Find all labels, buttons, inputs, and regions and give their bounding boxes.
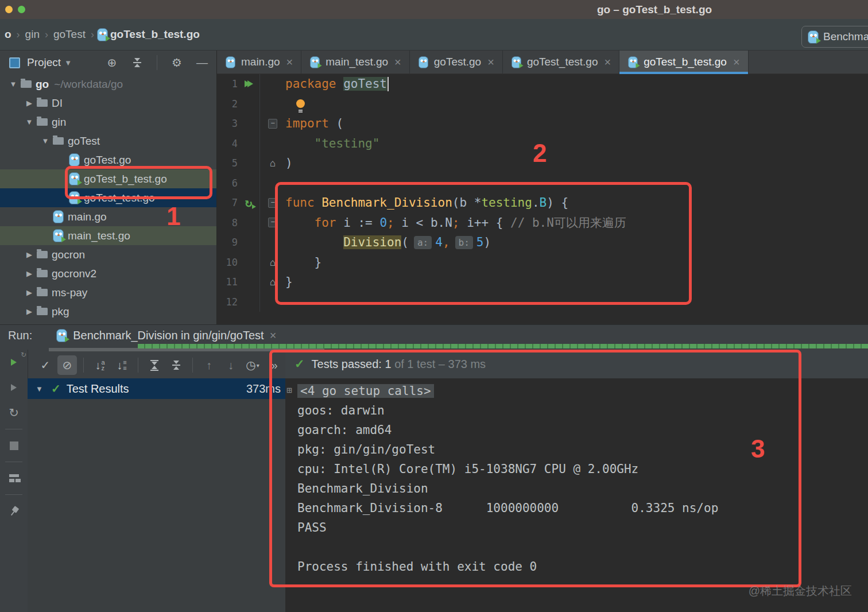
rerun-failed-icon[interactable]: ↻ — [0, 375, 28, 400]
tree-item-label: goTest.go — [84, 154, 131, 166]
line-number: 11 — [217, 276, 238, 288]
code-line: 6 — [217, 173, 868, 193]
close-icon[interactable]: × — [487, 56, 494, 69]
project-view-icon — [9, 57, 20, 68]
toggle-auto-test-icon[interactable]: ↻ — [0, 400, 28, 425]
run-configuration-selector[interactable]: Benchma — [801, 26, 868, 48]
chevron-down-icon[interactable]: ▼ — [64, 59, 72, 67]
test-history-icon[interactable]: ◷▾ — [243, 355, 262, 375]
chevron-down-icon[interactable]: ▼ — [22, 118, 37, 126]
gopher-icon — [56, 329, 67, 342]
fold-end-icon[interactable]: ⌂ — [260, 276, 285, 288]
breadcrumb-item[interactable]: goTest_b_test.go — [110, 28, 200, 41]
chevron-right-icon[interactable]: ▶ — [22, 250, 37, 259]
fold-end-icon[interactable]: ⌂ — [260, 157, 285, 169]
tree-row[interactable]: ▶gocron — [0, 245, 216, 264]
tree-row[interactable]: main_test.go — [0, 226, 216, 245]
sort-by-duration-icon[interactable]: ↓≡≡ — [112, 355, 131, 375]
tree-row[interactable]: goTest_b_test.go — [0, 169, 216, 188]
next-failed-icon[interactable]: ↓ — [221, 355, 241, 375]
fold-minus-icon[interactable]: − — [260, 119, 285, 129]
settings-icon[interactable]: ⚙ — [167, 53, 187, 72]
code-editor[interactable]: 1package goTest23−import (4 "testing"5⌂)… — [217, 74, 868, 324]
chevron-down-icon[interactable]: ▼ — [36, 385, 43, 393]
code-token: ; — [452, 216, 460, 230]
console-text: Benchmark_Division-8 1000000000 0.3325 n… — [297, 501, 718, 515]
collapse-all-icon[interactable] — [127, 53, 147, 72]
project-panel-title: Project — [27, 56, 61, 69]
run-all-icon[interactable] — [238, 74, 260, 94]
chevron-right-icon[interactable]: ▶ — [22, 307, 37, 316]
gutter-slot — [238, 114, 260, 134]
editor-tab[interactable]: goTest_b_test.go× — [619, 51, 748, 73]
chevron-right-icon[interactable]: ▶ — [22, 288, 37, 297]
minimize-traffic-light[interactable] — [5, 6, 13, 13]
tree-row[interactable]: ▶DI — [0, 94, 216, 113]
tree-row[interactable]: ▼gin — [0, 113, 216, 131]
hide-icon[interactable]: — — [192, 53, 212, 72]
gopher-icon — [69, 153, 80, 166]
more-icon[interactable]: » — [265, 355, 284, 375]
gutter-slot — [238, 173, 260, 193]
tree-row[interactable]: ▶gocronv2 — [0, 264, 216, 283]
close-icon[interactable]: × — [394, 56, 401, 69]
chevron-down-icon[interactable]: ▼ — [6, 80, 21, 88]
code-line: 2 — [217, 94, 868, 114]
breadcrumb-item[interactable]: o — [5, 28, 11, 41]
gutter-slot — [238, 253, 260, 273]
close-icon[interactable]: × — [604, 56, 611, 69]
chevron-right-icon[interactable]: ▶ — [22, 99, 37, 107]
editor-tab[interactable]: main_test.go× — [301, 51, 409, 73]
editor-tab[interactable]: main.go× — [217, 51, 301, 73]
pin-icon[interactable] — [0, 498, 28, 524]
toolbar-divider — [5, 494, 22, 495]
test-results-row[interactable]: ▼ ✓ Test Results 373ms — [28, 378, 285, 399]
expand-icon[interactable]: ⊞ — [286, 386, 292, 395]
chevron-right-icon[interactable]: ▶ — [22, 269, 37, 278]
show-passed-icon[interactable]: ✓ — [36, 355, 55, 375]
breadcrumb-item[interactable]: gin — [25, 28, 40, 41]
restore-layout-icon[interactable] — [0, 466, 28, 491]
tree-row[interactable]: ▶pkg — [0, 302, 216, 321]
gutter-slot — [238, 134, 260, 154]
folder-icon — [21, 80, 32, 88]
stop-icon[interactable] — [0, 433, 28, 458]
previous-failed-icon[interactable]: ↑ — [199, 355, 219, 375]
code-token: i < b.N — [394, 216, 452, 230]
tree-row[interactable]: main.go — [0, 207, 216, 226]
tests-passed-text: Tests passed: 1 — [312, 358, 392, 371]
lightbulb-icon[interactable] — [296, 99, 305, 108]
close-icon[interactable]: × — [733, 56, 740, 69]
tree-item-path: ~/workdata/go — [54, 78, 123, 91]
collapse-all-icon[interactable] — [166, 355, 186, 375]
fold-minus-icon[interactable]: − — [260, 218, 285, 227]
run-test-icon[interactable]: ↻ — [238, 193, 260, 213]
code-token: i++ { — [460, 216, 511, 230]
toolbar-divider — [5, 429, 22, 429]
close-icon[interactable]: × — [270, 329, 277, 342]
gopher-icon — [97, 28, 108, 41]
tree-row[interactable]: goTest_test.go — [0, 188, 216, 207]
run-tab[interactable]: Benchmark_Division in gin/gin/goTest × — [56, 329, 276, 342]
fold-minus-icon[interactable]: − — [260, 198, 285, 208]
tree-row[interactable]: ▶ms-pay — [0, 283, 216, 302]
show-ignored-icon[interactable]: ⊘ — [57, 355, 77, 375]
run-console-output[interactable]: ⊞<4 go setup calls>goos: darwingoarch: a… — [285, 378, 868, 612]
tree-row[interactable]: ▼go~/workdata/go — [0, 75, 216, 94]
editor-tab[interactable]: goTest_test.go× — [503, 51, 619, 73]
tree-row[interactable]: ▼goTest — [0, 131, 216, 150]
expand-all-icon[interactable] — [145, 355, 164, 375]
code-token: 5 — [476, 235, 484, 249]
tree-row[interactable]: goTest.go — [0, 150, 216, 169]
editor-tab[interactable]: goTest.go× — [410, 51, 503, 73]
close-icon[interactable]: × — [286, 56, 293, 69]
locate-icon[interactable]: ⊕ — [102, 53, 122, 72]
chevron-down-icon[interactable]: ▼ — [38, 137, 53, 145]
sort-alphabetically-icon[interactable]: ↓az — [90, 355, 110, 375]
code-token: ) — [483, 235, 491, 249]
run-label: Run: — [8, 329, 32, 342]
fold-end-icon[interactable]: ⌂ — [260, 257, 285, 268]
code-line: 7↻−func Benchmark_Division(b *testing.B)… — [217, 193, 868, 213]
zoom-traffic-light[interactable] — [18, 6, 25, 13]
breadcrumb-item[interactable]: goTest — [53, 28, 86, 41]
